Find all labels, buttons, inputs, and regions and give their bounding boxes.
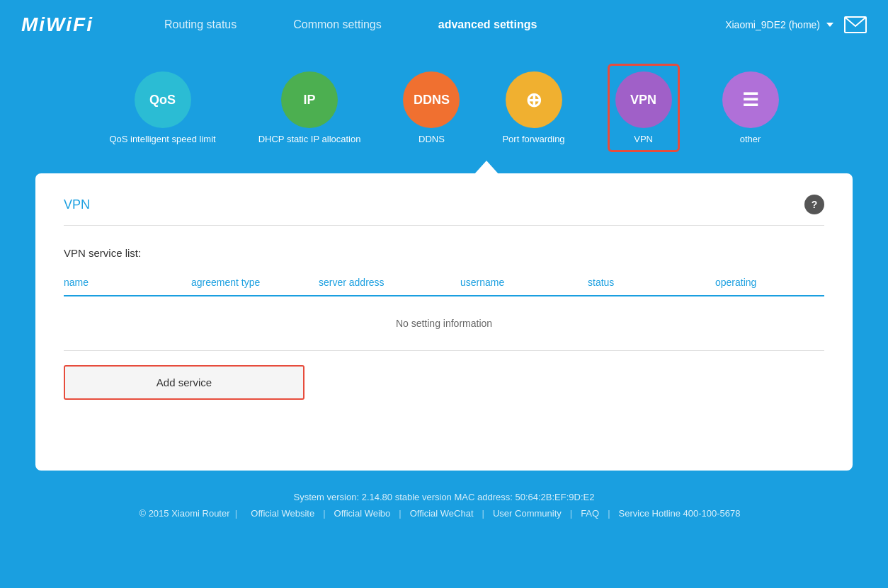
footer-faq[interactable]: FAQ bbox=[572, 508, 608, 519]
vpn-icon-label: VPN bbox=[630, 93, 656, 108]
col-server-address: server address bbox=[319, 277, 460, 288]
footer-links: © 2015 Xiaomi Router | Official Website … bbox=[0, 508, 888, 519]
footer: System version: 2.14.80 stable version M… bbox=[0, 471, 888, 533]
footer-official-wechat[interactable]: Official WeChat bbox=[402, 508, 482, 519]
copyright: © 2015 Xiaomi Router bbox=[139, 508, 229, 519]
icon-nav-vpn[interactable]: VPN VPN bbox=[608, 64, 680, 152]
system-info: System version: 2.14.80 stable version M… bbox=[0, 492, 888, 502]
username-label: Xiaomi_9DE2 (home) bbox=[725, 19, 820, 30]
col-name: name bbox=[64, 277, 191, 288]
vpn-panel-title: VPN bbox=[64, 197, 90, 212]
qos-label: QoS intelligent speed limit bbox=[109, 134, 215, 144]
chevron-down-icon bbox=[826, 23, 833, 27]
icon-nav-other[interactable]: ☰ other bbox=[722, 71, 779, 144]
vpn-label: VPN bbox=[634, 134, 653, 144]
port-forwarding-icon-label: ⊕ bbox=[525, 88, 542, 112]
other-icon-label: ☰ bbox=[742, 89, 758, 111]
help-button[interactable]: ? bbox=[804, 195, 824, 214]
table-header: name agreement type server address usern… bbox=[64, 270, 824, 296]
col-operating: operating bbox=[715, 277, 824, 288]
other-label: other bbox=[740, 134, 761, 144]
main-nav: Routing status Common settings advanced … bbox=[136, 18, 725, 31]
icon-nav-port-forwarding[interactable]: ⊕ Port forwarding bbox=[502, 71, 564, 144]
header: MiWiFi Routing status Common settings ad… bbox=[0, 0, 888, 50]
port-forwarding-label: Port forwarding bbox=[502, 134, 564, 144]
nav-advanced-settings[interactable]: advanced settings bbox=[410, 18, 566, 31]
other-icon-circle: ☰ bbox=[722, 71, 779, 128]
card-header: VPN ? bbox=[64, 195, 824, 226]
icon-nav-qos[interactable]: QoS QoS intelligent speed limit bbox=[109, 71, 215, 144]
add-service-button[interactable]: Add service bbox=[64, 365, 304, 400]
nav-common-settings[interactable]: Common settings bbox=[265, 18, 410, 31]
ip-icon-label: IP bbox=[304, 93, 316, 108]
icon-nav-ddns[interactable]: DDNS DDNS bbox=[403, 71, 460, 144]
selection-arrow bbox=[85, 159, 888, 173]
empty-message: No setting information bbox=[64, 296, 824, 351]
sep-0: | bbox=[230, 508, 243, 519]
footer-service-hotline[interactable]: Service Hotline 400-100-5678 bbox=[610, 508, 749, 519]
arrow-up-icon bbox=[474, 161, 499, 175]
ip-label: DHCP static IP allocation bbox=[258, 134, 361, 144]
service-list-label: VPN service list: bbox=[64, 247, 824, 259]
col-username: username bbox=[460, 277, 588, 288]
footer-official-weibo[interactable]: Official Weibo bbox=[326, 508, 399, 519]
icon-nav: QoS QoS intelligent speed limit IP DHCP … bbox=[0, 50, 888, 159]
qos-icon-circle: QoS bbox=[135, 71, 191, 128]
main-card: VPN ? VPN service list: name agreement t… bbox=[35, 173, 853, 471]
qos-icon-label: QoS bbox=[149, 93, 176, 108]
ddns-icon-label: DDNS bbox=[414, 93, 450, 108]
col-status: status bbox=[588, 277, 715, 288]
footer-official-website[interactable]: Official Website bbox=[242, 508, 323, 519]
header-right: Xiaomi_9DE2 (home) bbox=[725, 16, 867, 33]
vpn-icon-circle: VPN bbox=[615, 71, 672, 128]
mail-icon[interactable] bbox=[844, 16, 867, 33]
ddns-label: DDNS bbox=[419, 134, 445, 144]
col-agreement-type: agreement type bbox=[191, 277, 319, 288]
user-dropdown[interactable]: Xiaomi_9DE2 (home) bbox=[725, 19, 833, 30]
footer-user-community[interactable]: User Community bbox=[484, 508, 570, 519]
ddns-icon-circle: DDNS bbox=[403, 71, 460, 128]
icon-nav-ip[interactable]: IP DHCP static IP allocation bbox=[258, 71, 361, 144]
port-forwarding-icon-circle: ⊕ bbox=[506, 71, 562, 128]
logo: MiWiFi bbox=[21, 13, 93, 36]
ip-icon-circle: IP bbox=[281, 71, 338, 128]
nav-routing-status[interactable]: Routing status bbox=[136, 18, 265, 31]
